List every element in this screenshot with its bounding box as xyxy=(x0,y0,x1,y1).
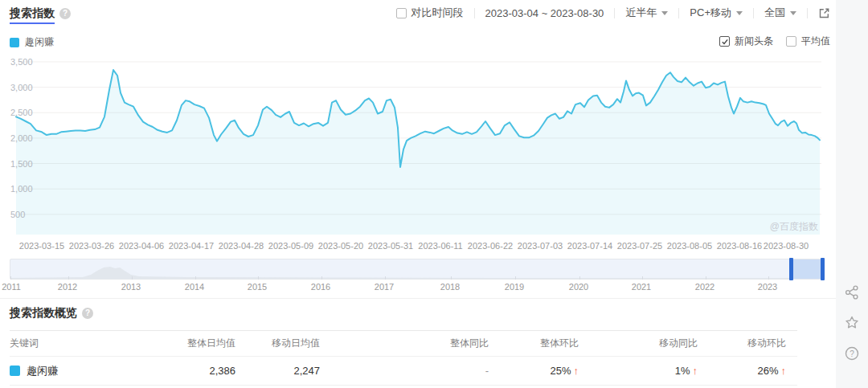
year-label: 2018 xyxy=(440,282,460,292)
brush-handle-right[interactable] xyxy=(821,258,825,280)
x-axis-label: 2023-05-20 xyxy=(318,241,363,251)
year-tick xyxy=(321,276,322,280)
x-axis-label: 2023-05-09 xyxy=(268,241,313,251)
cell-value: - xyxy=(485,365,489,377)
year-tick xyxy=(385,276,386,280)
year-label: 2015 xyxy=(248,282,267,292)
keyword-swatch xyxy=(10,366,20,376)
year-tick xyxy=(68,276,69,280)
table-cell: 2,386 xyxy=(162,365,237,377)
y-axis-label: 1,000 xyxy=(10,184,33,194)
year-label: 2022 xyxy=(695,282,714,292)
table-header-cell: 整体环比 xyxy=(490,337,580,350)
y-axis-label: 2,500 xyxy=(10,108,33,117)
x-axis-label: 2023-07-14 xyxy=(567,241,612,251)
table-cell: 2,247 xyxy=(237,365,321,377)
year-label: 2016 xyxy=(311,282,330,292)
year-tick xyxy=(258,276,259,280)
table-cell: 1%↑ xyxy=(580,365,699,377)
up-arrow-icon: ↑ xyxy=(693,365,698,377)
baidu-index-page: 搜索指数 ? 对比时间段 2023-03-04 ~ 2023-08-30 近半年… xyxy=(0,0,868,388)
cell-value: 2,386 xyxy=(209,365,235,377)
year-label: 2014 xyxy=(185,282,204,292)
x-axis-label: 2023-07-03 xyxy=(518,241,563,251)
year-label: 2011 xyxy=(2,282,21,292)
x-axis-label: 2023-04-17 xyxy=(169,241,214,251)
star-icon[interactable] xyxy=(844,315,860,331)
brush-selection[interactable] xyxy=(789,259,825,279)
keyword-label: 趣闲赚 xyxy=(27,364,58,378)
year-label: 2017 xyxy=(375,282,394,292)
line-chart-svg xyxy=(0,0,836,253)
x-axis-label: 2023-04-06 xyxy=(119,241,164,251)
table-header-cell: 移动日均值 xyxy=(237,337,321,350)
keyword-cell: 趣闲赚 xyxy=(10,364,162,378)
year-label: 2013 xyxy=(121,282,141,292)
table-header-cell: 整体日均值 xyxy=(162,337,237,350)
year-label: 2012 xyxy=(58,282,77,292)
y-axis-label: 1,500 xyxy=(10,159,33,169)
year-label: 2020 xyxy=(569,282,588,292)
year-tick xyxy=(642,276,643,280)
year-tick xyxy=(706,276,706,280)
cell-value: 2,247 xyxy=(293,365,320,377)
brush-handle-left[interactable] xyxy=(789,258,793,280)
table-row: 趣闲赚2,3862,247-25%↑1%↑26%↑ xyxy=(10,357,797,386)
year-label: 2019 xyxy=(505,282,524,292)
up-arrow-icon: ↑ xyxy=(781,365,787,377)
overview-table: 关键词整体日均值移动日均值整体同比整体环比移动同比移动环比 趣闲赚2,3862,… xyxy=(10,330,797,386)
year-tick xyxy=(195,276,196,280)
y-axis-label: 3,000 xyxy=(10,83,33,92)
x-axis-label: 2023-08-16 xyxy=(717,241,762,251)
table-header-cell: 移动同比 xyxy=(580,337,699,350)
x-axis-label: 2023-06-11 xyxy=(418,241,462,251)
x-axis-label: 2023-06-22 xyxy=(468,241,513,251)
year-tick xyxy=(768,276,769,280)
table-header-cell: 整体同比 xyxy=(321,337,490,350)
table-cell: 26%↑ xyxy=(699,365,788,377)
section-divider xyxy=(0,298,836,299)
table-header-cell: 关键词 xyxy=(10,337,162,350)
year-label: 2021 xyxy=(632,282,651,292)
table-header-row: 关键词整体日均值移动日均值整体同比整体环比移动同比移动环比 xyxy=(10,331,797,357)
x-axis-label: 2023-08-30 xyxy=(764,241,809,251)
year-tick xyxy=(515,276,516,280)
table-cell: 25%↑ xyxy=(490,365,580,377)
table-header-cell: 移动环比 xyxy=(699,337,788,350)
help-circle-icon[interactable]: ? xyxy=(844,345,860,361)
timeline-brush[interactable] xyxy=(10,259,825,280)
year-tick xyxy=(132,276,133,280)
y-axis-label: 2,000 xyxy=(10,133,33,143)
svg-text:?: ? xyxy=(850,349,854,358)
y-axis-label: 3,500 xyxy=(10,57,33,67)
overview-title-text: 搜索指数概览 xyxy=(10,306,77,321)
year-label: 2023 xyxy=(758,282,777,292)
x-axis-label: 2023-04-28 xyxy=(219,241,264,251)
watermark: @百度指数 xyxy=(770,220,818,234)
cell-value: 1% xyxy=(675,365,690,377)
up-arrow-icon: ↑ xyxy=(574,365,579,377)
x-axis-label: 2023-07-25 xyxy=(617,241,662,251)
x-axis-label: 2023-05-31 xyxy=(368,241,413,251)
year-tick xyxy=(579,276,580,280)
year-tick xyxy=(451,276,452,280)
x-axis-label: 2023-03-15 xyxy=(19,241,64,251)
y-axis-label: 500 xyxy=(10,210,25,219)
help-icon[interactable]: ? xyxy=(82,308,93,319)
cell-value: 25% xyxy=(550,365,571,377)
overview-title: 搜索指数概览 ? xyxy=(10,306,93,321)
x-axis-label: 2023-03-26 xyxy=(69,241,114,251)
cell-value: 26% xyxy=(757,365,778,377)
table-cell: - xyxy=(321,365,490,377)
trend-chart[interactable]: 5001,0001,5002,0002,5003,0003,500 2023-0… xyxy=(0,0,836,253)
share-icon[interactable] xyxy=(844,284,860,300)
year-tick xyxy=(10,276,11,280)
side-rail: ? xyxy=(836,0,868,388)
x-axis-label: 2023-08-05 xyxy=(667,241,712,251)
